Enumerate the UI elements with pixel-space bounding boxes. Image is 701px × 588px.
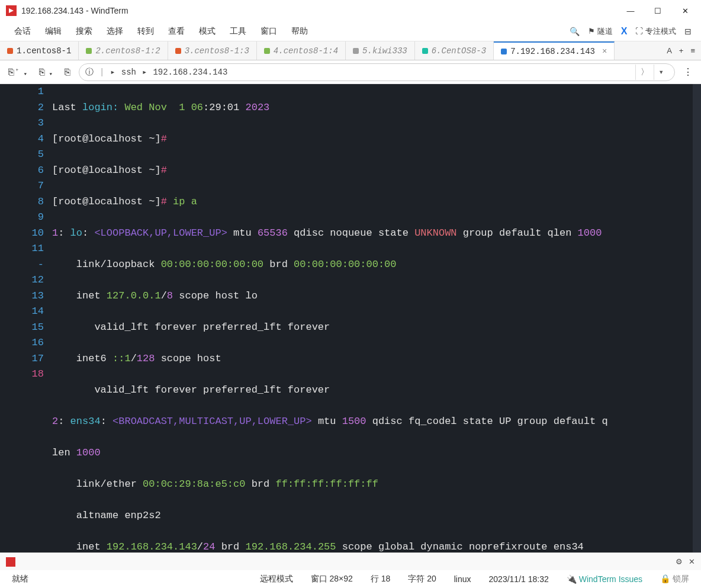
status-line: 行 18 — [371, 574, 390, 584]
tab-4[interactable]: 4.centos8-1:4 — [257, 41, 346, 60]
tab-label: 7.192.168.234.143 — [510, 47, 595, 56]
status-ready: 就绪 — [12, 574, 28, 584]
tab-1[interactable]: 1.centos8-1 — [0, 41, 79, 60]
tab-3[interactable]: 3.centos8-1:3 — [168, 41, 257, 60]
address-bar[interactable]: ⓘ | ▸ ssh ▸ 192.168.234.143 〉 ▾ — [79, 63, 675, 81]
menu-mode[interactable]: 模式 — [194, 24, 220, 39]
footer-app-icon[interactable] — [6, 557, 15, 567]
terminal-output[interactable]: Last login: Wed Nov 1 06:29:01 2023 [roo… — [52, 84, 701, 552]
tab-label: 4.centos8-1:4 — [274, 46, 338, 56]
maximize-button[interactable]: ☐ — [644, 1, 671, 20]
lock-screen-button[interactable]: 🔒 锁屏 — [660, 574, 689, 584]
close-button[interactable]: ✕ — [671, 1, 699, 20]
tab-color-icon — [86, 48, 92, 54]
menu-session[interactable]: 会话 — [9, 24, 36, 39]
layout-icon[interactable]: ⊟ — [684, 27, 692, 36]
footer-bar: ⚙ ✕ — [0, 552, 701, 570]
menubar: 会话 编辑 搜索 选择 转到 查看 模式 工具 窗口 帮助 🔍 ⚑ 隧道 X ⛶… — [0, 21, 701, 41]
x-icon[interactable]: X — [621, 26, 628, 37]
tab-color-icon — [175, 48, 181, 54]
tab-7[interactable]: 7.192.168.234.143 × — [494, 41, 615, 60]
status-bar: 就绪 远程模式 窗口 28×92 行 18 字符 20 linux 2023/1… — [0, 570, 701, 588]
tab-label: 2.centos8-1:2 — [95, 46, 160, 56]
menu-goto[interactable]: 转到 — [133, 24, 159, 39]
window-title: 192.168.234.143 - WindTerm — [21, 6, 617, 15]
tab-color-icon — [264, 48, 270, 54]
duplicate-session-icon[interactable]: ⎘ ▾ — [37, 66, 56, 79]
menu-select[interactable]: 选择 — [102, 24, 128, 39]
proto-label: ssh — [121, 68, 136, 77]
tab-close-icon[interactable]: × — [602, 47, 607, 56]
tab-color-icon — [501, 49, 507, 54]
tab-label: 3.centos8-1:3 — [185, 46, 249, 56]
tabbar-letter[interactable]: A — [667, 46, 672, 55]
tab-label: 6.CentOS8-3 — [432, 46, 486, 56]
more-icon[interactable]: ⋮ — [681, 65, 695, 79]
focus-mode-button[interactable]: ⛶ 专注模式 — [635, 26, 676, 37]
tab-label: 5.kiwi333 — [362, 46, 407, 56]
minimize-button[interactable]: — — [617, 1, 644, 20]
tabbar: 1.centos8-1 2.centos8-1:2 3.centos8-1:3 … — [0, 41, 701, 60]
tab-label: 1.centos8-1 — [17, 46, 71, 56]
chevron-right-icon: ▸ — [142, 67, 147, 77]
menu-view[interactable]: 查看 — [163, 24, 189, 39]
navbar: ⎘⁺ ▾ ⎘ ▾ ⎘ ⓘ | ▸ ssh ▸ 192.168.234.143 〉… — [0, 60, 701, 84]
tab-color-icon — [7, 48, 13, 54]
nav-dropdown-icon[interactable]: ▾ — [654, 65, 668, 80]
tab-2[interactable]: 2.centos8-1:2 — [79, 41, 168, 60]
line-gutter: 1234 5678 91011- 12131415 161718 — [0, 84, 52, 552]
tab-5[interactable]: 5.kiwi333 — [346, 41, 415, 60]
separator-icon: | — [99, 68, 104, 77]
session-icon[interactable]: ⎘ — [62, 66, 73, 79]
new-session-icon[interactable]: ⎘⁺ ▾ — [6, 66, 31, 79]
menu-search[interactable]: 搜索 — [71, 24, 97, 39]
menu-tools[interactable]: 工具 — [225, 24, 251, 39]
info-icon[interactable]: ⓘ — [85, 67, 94, 78]
status-remote[interactable]: 远程模式 — [260, 574, 293, 584]
terminal[interactable]: 1234 5678 91011- 12131415 161718 Last lo… — [0, 84, 701, 552]
status-time: 2023/11/1 18:32 — [489, 574, 549, 584]
menu-window[interactable]: 窗口 — [256, 24, 282, 39]
status-window: 窗口 28×92 — [311, 574, 353, 584]
tab-color-icon — [422, 48, 428, 54]
status-char: 字符 20 — [408, 574, 436, 584]
address-text: 192.168.234.143 — [153, 68, 227, 77]
scrollbar[interactable] — [693, 84, 701, 552]
add-tab-icon[interactable]: + — [679, 46, 684, 55]
settings-icon[interactable]: ⚙ — [676, 557, 683, 566]
footer-close-icon[interactable]: ✕ — [689, 557, 695, 566]
tab-6[interactable]: 6.CentOS8-3 — [415, 41, 494, 60]
plug-icon: 🔌 — [567, 574, 577, 584]
play-icon[interactable]: ▸ — [110, 67, 115, 77]
app-icon — [6, 5, 17, 16]
nav-forward-icon[interactable]: 〉 — [635, 65, 654, 80]
titlebar: 192.168.234.143 - WindTerm — ☐ ✕ — [0, 0, 701, 21]
menu-help[interactable]: 帮助 — [287, 24, 313, 39]
search-icon[interactable]: 🔍 — [570, 27, 580, 36]
menu-edit[interactable]: 编辑 — [40, 24, 66, 39]
status-os: linux — [454, 574, 471, 584]
windterm-issues-link[interactable]: 🔌WindTerm Issues — [567, 574, 642, 584]
tunnel-button[interactable]: ⚑ 隧道 — [588, 26, 613, 37]
tab-color-icon — [353, 48, 359, 54]
tab-menu-icon[interactable]: ≡ — [690, 46, 695, 55]
